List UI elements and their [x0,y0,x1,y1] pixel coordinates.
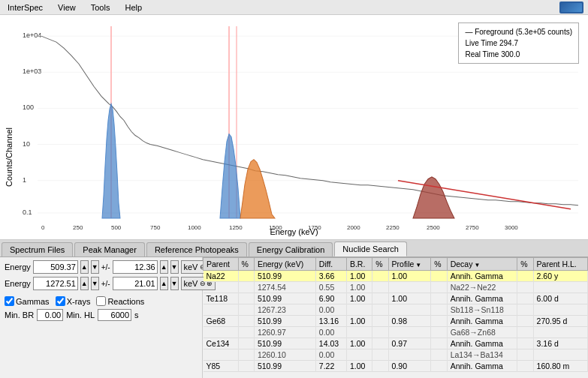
tab-reference-photopeaks[interactable]: Reference Photopeaks [146,242,247,256]
energy1-pm-stepper-down[interactable]: ▼ [170,260,179,274]
col-parent[interactable]: Parent [204,258,239,271]
col-profile[interactable]: Profile▼ [388,258,431,271]
y-axis-label: Counts/Channel [5,128,14,187]
table-cell: Na22 [204,271,239,282]
bottom-panel: Spectrum Files Peak Manager Reference Ph… [0,240,588,378]
table-cell: 510.99 [254,271,315,282]
table-cell: 0.55 [315,282,346,293]
svg-text:1e+04: 1e+04 [23,32,41,39]
menu-help[interactable]: Help [122,2,145,13]
table-row[interactable]: Ce134510.9914.031.000.97Annih. Gamma3.16… [204,338,588,350]
table-cell [238,350,254,361]
table-row[interactable]: Y85510.997.221.000.90Annih. Gamma160.80 … [204,361,588,372]
table-cell [372,350,388,361]
energy2-stepper-down[interactable]: ▼ [91,277,99,290]
energy-input-1[interactable] [33,260,78,274]
menu-interspec[interactable]: InterSpec [5,2,46,13]
reactions-checkbox-label[interactable]: Reactions [96,296,144,306]
energy1-pm-input[interactable] [113,260,158,274]
table-cell [204,327,239,338]
legend-line2: Live Time 294.7 [465,38,572,49]
col-hl[interactable]: Parent H.L. [533,258,587,271]
table-cell: 0.98 [388,316,431,327]
table-row[interactable]: 1267.230.00Sb118→Sn118 [204,304,588,316]
tab-peak-manager[interactable]: Peak Manager [74,242,145,256]
energy2-pm-stepper-down[interactable]: ▼ [170,277,179,290]
table-cell [238,293,254,304]
svg-text:2750: 2750 [466,224,479,231]
energy2-pm-stepper-up[interactable]: ▲ [160,277,168,290]
energy2-unit-label: keV [184,279,198,288]
table-cell [533,350,587,361]
energy-label-1: Energy [5,262,31,272]
tab-spectrum-files[interactable]: Spectrum Files [2,242,73,256]
energy2-stepper-up[interactable]: ▲ [80,277,89,290]
chart-legend: — Foreground (5.3e+05 counts) Live Time … [458,22,579,64]
energy1-pm-stepper-up[interactable]: ▲ [160,260,168,274]
energy1-stepper-up[interactable]: ▲ [80,260,89,274]
xrays-checkbox-label[interactable]: X-rays [56,296,91,306]
col-br[interactable]: B.R. [346,258,372,271]
table-cell [238,327,254,338]
energy2-pm-input[interactable] [113,277,158,290]
gammas-checkbox-label[interactable]: Gammas [5,296,50,306]
energy1-stepper-down[interactable]: ▼ [91,260,99,274]
table-cell [238,361,254,372]
tab-energy-calibration[interactable]: Energy Calibration [249,242,333,256]
reactions-checkbox[interactable] [96,296,106,306]
svg-text:3000: 3000 [505,224,518,231]
table-cell: 6.90 [315,293,346,304]
table-row[interactable]: 1260.100.00La134→Ba134 [204,350,588,361]
table-cell: 1.00 [346,338,372,350]
col-pct2[interactable]: % [372,258,388,271]
table-row[interactable]: Ge68510.9913.161.000.98Annih. Gamma270.9… [204,316,588,327]
chart-area: Counts/Channel Energy (keV) — Foreground… [0,15,588,240]
minhl-unit: s [134,310,139,320]
table-cell [204,350,239,361]
table-cell [431,293,447,304]
table-cell: 1.00 [346,316,372,327]
table-cell: 510.99 [254,338,315,350]
col-pct1[interactable]: % [238,258,254,271]
svg-text:2500: 2500 [427,224,440,231]
table-cell: 1267.23 [254,304,315,316]
table-cell: 0.00 [315,350,346,361]
table-cell [431,316,447,327]
svg-text:750: 750 [150,224,161,231]
menu-view[interactable]: View [55,2,79,13]
table-cell: 510.99 [254,293,315,304]
table-cell [238,338,254,350]
svg-text:0: 0 [41,224,45,231]
table-cell: Na22→Ne22 [447,282,517,293]
table-cell: Ga68→Zn68 [447,327,517,338]
menu-tools[interactable]: Tools [88,2,113,13]
table-row[interactable]: 1274.540.551.00Na22→Ne22 [204,282,588,293]
table-cell [517,293,533,304]
col-pct3[interactable]: % [431,258,447,271]
table-cell [372,361,388,372]
tab-nuclide-search[interactable]: Nuclide Search [334,242,407,256]
energy-input-2[interactable] [33,277,78,290]
energy-row-2: Energy ▲ ▼ +/- ▲ ▼ keV ⊖ ⊕ [5,277,198,290]
table-row[interactable]: Te118510.996.901.001.00Annih. Gamma6.00 … [204,293,588,304]
table-cell [346,327,372,338]
col-energy[interactable]: Energy (keV) [254,258,315,271]
xrays-checkbox[interactable] [56,296,65,306]
results-table-wrapper: Parent % Energy (keV) Diff. B.R. % Profi… [203,257,588,378]
svg-marker-28 [102,104,120,218]
table-row[interactable]: Na22510.993.661.001.00Annih. Gamma2.60 y [204,271,588,282]
minhl-input[interactable] [98,309,131,321]
svg-text:250: 250 [73,224,83,231]
gammas-checkbox[interactable] [5,296,14,306]
svg-text:2250: 2250 [386,224,400,231]
table-cell [431,338,447,350]
table-cell [517,316,533,327]
col-pct4[interactable]: % [517,258,533,271]
table-cell: 3.66 [315,271,346,282]
col-decay[interactable]: Decay▼ [447,258,517,271]
table-row[interactable]: 1260.970.00Ga68→Zn68 [204,327,588,338]
minbr-input[interactable] [37,309,63,321]
table-cell: 6.00 d [533,293,587,304]
col-diff[interactable]: Diff. [315,258,346,271]
svg-text:1250: 1250 [229,224,243,231]
